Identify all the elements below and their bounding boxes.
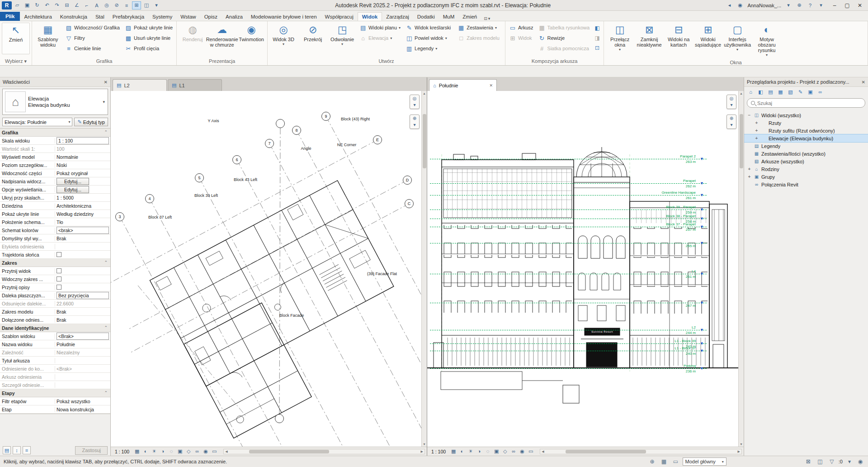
render-in-cloud-button[interactable]: ☁ Renderowanie w chmurze — [208, 23, 236, 54]
tree-expander-icon[interactable]: + — [754, 120, 759, 125]
minimize-button[interactable]: – — [828, 2, 841, 9]
browser-views-icon[interactable]: ▤ — [766, 88, 775, 96]
L2[interactable]: L2 244 m — [430, 330, 707, 330]
sun-path-icon[interactable]: ☀ — [151, 448, 157, 454]
ribbon-tab[interactable]: Opisz — [200, 13, 222, 21]
scroll-up-icon[interactable]: ▲ — [740, 91, 743, 96]
design-options-select[interactable]: Model główny ▾ — [683, 457, 726, 466]
viewport-types-icon[interactable]: ⊡ — [593, 43, 602, 52]
sync-with-central-icon[interactable]: ↻ — [33, 1, 42, 10]
panel-label-kompozycja[interactable]: Kompozycja arkusza — [505, 57, 604, 65]
property-row[interactable]: Domyślny styl wy... Brak — [0, 234, 110, 243]
grid-bubble[interactable]: 6 — [232, 155, 241, 164]
panel-label-okna[interactable]: Okna — [604, 58, 868, 67]
Block 37 - Parapet[interactable]: Block 37 - Parapet 257 m — [430, 227, 707, 227]
steering-wheel-icon[interactable]: ◎ — [730, 96, 734, 101]
property-row[interactable]: Grafika — [0, 129, 110, 137]
help-icon[interactable]: ? — [806, 1, 815, 10]
reveal-hidden-elements-icon[interactable]: ◉ — [519, 448, 525, 454]
text-icon[interactable]: A — [92, 1, 101, 10]
tree-item-rodziny[interactable]: + ⌂ Rodziny — [744, 165, 868, 173]
grid-bubble[interactable]: 8 — [292, 126, 301, 135]
3d-view-button[interactable]: ◎ Widok 3D ▾ — [269, 23, 297, 54]
tree-item-rzuty[interactable]: + Rzuty — [744, 119, 868, 127]
elevation-button[interactable]: ⌂Elewacja▾ — [358, 33, 402, 43]
elevation-canvas[interactable]: Parapet 2 263 m Parapet 262 m Greenline … — [427, 91, 744, 447]
level-line[interactable]: 255 m — [430, 243, 707, 243]
property-row[interactable]: Przytnij opisy — [0, 283, 110, 291]
sort-order-icon[interactable]: ↕ — [13, 446, 21, 454]
property-row[interactable]: Dane identyfikacyjne — [0, 324, 110, 332]
close-properties-icon[interactable]: ✕ — [104, 80, 108, 85]
panel-label-grafika[interactable]: Grafika — [32, 57, 176, 65]
matchline-icon[interactable]: ◧ — [593, 24, 602, 33]
scroll-right-icon[interactable]: ▶ — [736, 450, 741, 453]
grid-bubble[interactable]: 7 — [265, 139, 274, 148]
revit-logo[interactable]: R — [2, 1, 12, 10]
thin-lines-icon[interactable]: ≡ — [122, 1, 131, 10]
property-row[interactable]: Odsunięcie dalekie... 22.6600 — [0, 300, 110, 308]
tree-expander-icon[interactable]: + — [754, 128, 759, 133]
property-row[interactable]: Wyświetl model Normalnie — [0, 153, 110, 161]
shadows-icon[interactable]: ◑ — [160, 448, 166, 454]
property-row[interactable]: Szczegół odniesie... — [0, 381, 110, 389]
panel-label-utworz[interactable]: Utwórz — [268, 57, 505, 65]
instance-selector[interactable]: Elewacja: Południe ▾ — [2, 118, 72, 126]
temporary-view-properties-icon[interactable]: ▭ — [211, 448, 217, 454]
section-icon[interactable]: ⊘ — [112, 1, 121, 10]
property-row[interactable]: Daleka płaszczyzn... Bez przycięcia — [0, 291, 110, 300]
avatar-icon[interactable]: ◉ — [736, 1, 745, 10]
browser-edit-icon[interactable]: ✎ — [796, 88, 805, 96]
show-hidden-lines-button[interactable]: ▨Pokaż ukryte linie — [123, 23, 175, 33]
apply-button[interactable]: Zastosuj — [75, 446, 108, 455]
level-line[interactable]: 247 m — [430, 303, 707, 303]
view-reference-icon[interactable]: ◨ — [593, 33, 602, 43]
tree-item-elewacje[interactable]: + Elewacje (Elewacja budynku) — [744, 134, 868, 142]
show-crop-region-icon[interactable]: ◇ — [502, 448, 508, 454]
tab-views-button[interactable]: ⊟ Widoki na kartach — [665, 23, 693, 54]
tree-expander-icon[interactable]: − — [747, 113, 752, 118]
customize-qat-icon[interactable]: ▾ — [152, 1, 161, 10]
detail-level-icon[interactable]: ▦ — [450, 448, 457, 454]
drafting-view-button[interactable]: ✎Widok kreślarski — [404, 23, 454, 33]
filters-button[interactable]: ▽Filtry — [63, 33, 122, 43]
visual-style-icon[interactable]: ◐ — [142, 448, 149, 454]
property-row[interactable]: Położenie schema... Tło — [0, 218, 110, 226]
user-interface-button[interactable]: ▢ Interfejs użytkownika ▾ — [723, 23, 751, 54]
aligned-dimension-icon[interactable]: ⌐ — [82, 1, 91, 10]
ribbon-tab[interactable]: Zarządzaj — [382, 13, 413, 21]
scale-button[interactable]: 1 : 100 — [113, 448, 132, 455]
canvas-theme-button[interactable]: ◐ Motyw obszaru rysunku ▾ — [753, 23, 781, 57]
scale-button[interactable]: 1 : 100 — [429, 448, 448, 455]
grid-bubble[interactable]: C — [405, 199, 414, 208]
property-row[interactable]: Zakres — [0, 259, 110, 267]
property-row[interactable]: Wartość skali 1: 100 — [0, 145, 110, 153]
ribbon-tab[interactable]: Zmień — [458, 13, 481, 21]
scroll-down-icon[interactable]: ▼ — [740, 442, 743, 447]
property-row[interactable]: Widoczny zakres ... — [0, 275, 110, 283]
property-row[interactable]: Etykieta odniesienia — [0, 243, 110, 251]
ribbon-tab[interactable]: Systemy — [148, 13, 176, 21]
close-view-icon[interactable]: ✕ — [489, 83, 493, 88]
twinmotion-button[interactable]: ◉ Twinmotion — [237, 23, 265, 54]
rendering-dialog-icon[interactable]: ◌ — [168, 448, 175, 454]
scroll-left-icon[interactable]: ◀ — [224, 450, 229, 453]
plan-annotation[interactable]: NE Corner — [337, 143, 357, 147]
grid-bubble[interactable]: 5 — [195, 173, 204, 182]
checkbox[interactable] — [57, 276, 61, 281]
plan-annotation[interactable]: Block 43 Left — [234, 178, 257, 182]
plan-annotation[interactable]: Block (43) Right — [341, 117, 370, 121]
ribbon-tab[interactable]: Architektura — [20, 13, 56, 21]
scrollbar-thumb[interactable] — [249, 450, 330, 453]
view-tab-l2[interactable]: ▤ L2 — [113, 79, 167, 91]
group-parameters-icon[interactable]: ≡ — [23, 446, 31, 454]
property-row[interactable]: Filtr etapów Pokaż wszystko — [0, 397, 110, 405]
sun-path-icon[interactable]: ☀ — [467, 448, 474, 454]
scroll-left-icon[interactable]: ◀ — [540, 450, 545, 453]
browser-dock-icon[interactable]: ◧ — [756, 88, 765, 96]
revisions-button[interactable]: ↻Rewizje — [537, 33, 592, 43]
edit-type-button[interactable]: ✎ Edytuj typ — [74, 118, 108, 126]
help-menu-arrow-icon[interactable]: ▾ — [816, 1, 826, 10]
tile-views-button[interactable]: ⊞ Widoki sąsiadujące — [694, 23, 722, 54]
title-block-button[interactable]: ▦Tabelka rysunkowa — [537, 23, 592, 33]
